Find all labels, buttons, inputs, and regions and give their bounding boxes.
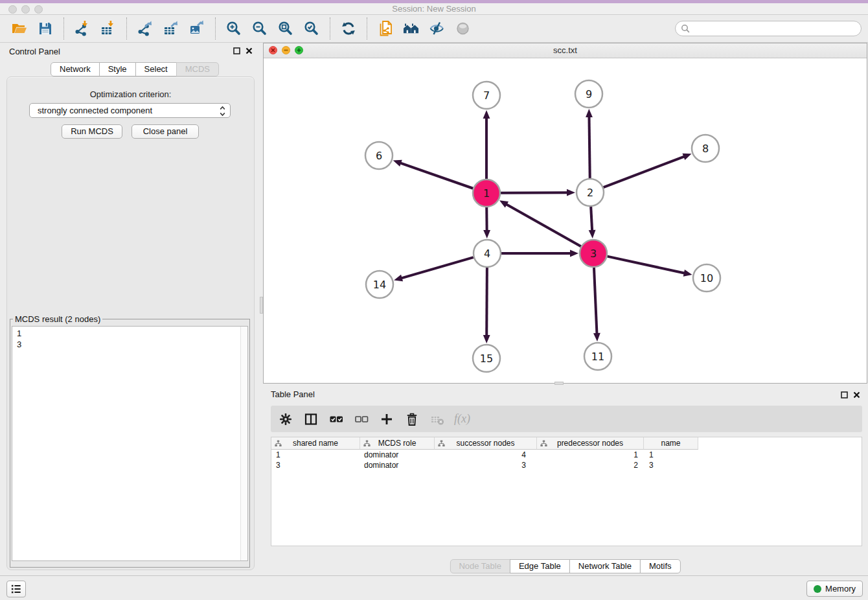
zoom-fit-button[interactable] <box>273 16 299 41</box>
tab-node-table[interactable]: Node Table <box>450 559 510 573</box>
tab-motifs[interactable]: Motifs <box>640 559 681 573</box>
close-panel-icon[interactable] <box>246 47 253 54</box>
delete-column-button[interactable] <box>404 411 420 428</box>
result-line: 3 <box>17 339 247 350</box>
minimize-view-button[interactable] <box>282 46 290 54</box>
graph-edge-4-14[interactable] <box>400 257 474 279</box>
tab-mcds[interactable]: MCDS <box>176 62 219 76</box>
table-panel-title: Table Panel <box>271 389 315 399</box>
export-image-icon <box>188 20 205 37</box>
graph-edge-arrow <box>589 230 596 238</box>
column-header-name[interactable]: name <box>644 437 698 450</box>
import-network-button[interactable] <box>69 16 95 41</box>
delete-table-button[interactable] <box>429 411 446 428</box>
float-panel-icon[interactable] <box>233 47 240 54</box>
task-history-button[interactable] <box>6 581 26 597</box>
graph-node-label: 8 <box>702 143 709 155</box>
unselect-all-columns-button[interactable] <box>353 411 370 428</box>
tab-network-table[interactable]: Network Table <box>569 559 641 573</box>
open-session-button[interactable] <box>6 16 32 41</box>
close-panel-icon[interactable] <box>853 391 860 398</box>
table-row[interactable]: 3 dominator 3 2 3 <box>271 460 862 470</box>
graph-edge-arrow <box>593 333 600 341</box>
close-window-button[interactable] <box>8 5 17 14</box>
export-network-button[interactable] <box>132 16 158 41</box>
search-input[interactable] <box>693 24 856 34</box>
select-all-columns-button[interactable] <box>328 411 345 428</box>
zoom-selected-button[interactable] <box>299 16 325 41</box>
graph-node-label: 10 <box>700 272 713 284</box>
graph-edge-1-6[interactable] <box>399 163 473 189</box>
zoom-out-button[interactable] <box>247 16 273 41</box>
vertical-splitter-handle[interactable] <box>260 297 263 314</box>
column-header-mcds-role[interactable]: MCDS role <box>360 437 435 450</box>
graph-node-label: 9 <box>586 88 592 100</box>
graph-edge-arrow <box>682 154 691 160</box>
add-column-button[interactable] <box>378 411 395 428</box>
close-view-button[interactable] <box>269 46 277 54</box>
toolbar-separator <box>63 17 64 40</box>
graph-node-label: 6 <box>376 150 382 162</box>
graph-edge-2-8[interactable] <box>604 156 686 187</box>
export-table-button[interactable] <box>158 16 184 41</box>
column-header-successor-nodes[interactable]: successor nodes <box>435 437 537 450</box>
zoom-view-button[interactable] <box>295 46 303 54</box>
save-session-button[interactable] <box>32 16 58 41</box>
result-scrollbar[interactable] <box>240 327 247 560</box>
table-options-button[interactable] <box>277 411 294 428</box>
window-controls <box>8 5 43 14</box>
import-table-button[interactable] <box>95 16 121 41</box>
cell-predecessor-nodes: 2 <box>537 461 644 470</box>
tree-icon <box>438 440 445 447</box>
application-window: Session: New Session <box>0 0 868 600</box>
graph-edge-arrow <box>394 275 403 281</box>
graph-edge-3-10[interactable] <box>607 257 685 273</box>
gear-icon <box>278 411 293 427</box>
export-image-button[interactable] <box>184 16 210 41</box>
graph-edge-2-9[interactable] <box>589 115 589 178</box>
tab-select[interactable]: Select <box>135 62 177 76</box>
graph-edge-1-2[interactable] <box>501 192 569 193</box>
graph-edge-arrow <box>683 270 692 277</box>
search-icon <box>681 24 690 33</box>
graph-edge-4-15[interactable] <box>486 268 487 337</box>
eye-slash-icon <box>429 20 446 37</box>
graph-edge-2-3[interactable] <box>591 207 592 232</box>
mcds-result-title: MCDS result (2 nodes) <box>13 314 102 324</box>
delete-table-icon <box>429 411 445 427</box>
search-box[interactable] <box>675 21 862 36</box>
close-panel-button[interactable]: Close panel <box>131 124 199 139</box>
refresh-view-button[interactable] <box>336 16 361 41</box>
graph-edge-3-1[interactable] <box>505 203 581 246</box>
control-panel-title: Control Panel <box>9 47 60 56</box>
horizontal-splitter-handle[interactable] <box>554 382 564 385</box>
network-view-window: scc.txt 1234678910111415 <box>263 43 867 384</box>
zoom-window-button[interactable] <box>34 5 43 14</box>
table-row[interactable]: 1 dominator 4 1 1 <box>271 450 862 460</box>
show-columns-button[interactable] <box>303 411 319 428</box>
optimization-criterion-select[interactable]: strongly connected component <box>29 103 231 118</box>
mcds-result-text[interactable]: 1 3 <box>12 326 248 561</box>
tab-network[interactable]: Network <box>51 62 100 76</box>
cell-shared-name: 3 <box>271 461 360 470</box>
save-icon <box>37 20 54 37</box>
run-mcds-button[interactable]: Run MCDS <box>62 124 122 139</box>
column-header-predecessor-nodes[interactable]: predecessor nodes <box>537 437 644 450</box>
minimize-window-button[interactable] <box>21 5 30 14</box>
show-all-button[interactable] <box>450 16 476 41</box>
column-header-shared-name[interactable]: shared name <box>271 437 360 450</box>
tab-edge-table[interactable]: Edge Table <box>510 559 570 573</box>
tab-style[interactable]: Style <box>99 62 136 76</box>
zoom-in-button[interactable] <box>221 16 247 41</box>
apply-function-button[interactable]: f(x) <box>454 411 470 428</box>
column-label: name <box>661 439 680 448</box>
memory-label: Memory <box>825 584 856 594</box>
memory-button[interactable]: Memory <box>806 581 863 597</box>
new-network-from-file-button[interactable] <box>372 16 398 41</box>
home-button[interactable] <box>398 16 424 41</box>
network-canvas[interactable]: 1234678910111415 <box>264 58 867 383</box>
graph-edge-3-11[interactable] <box>594 268 597 335</box>
graph-edge-arrow <box>586 109 593 117</box>
hide-selected-button[interactable] <box>424 16 450 41</box>
float-panel-icon[interactable] <box>841 391 848 398</box>
